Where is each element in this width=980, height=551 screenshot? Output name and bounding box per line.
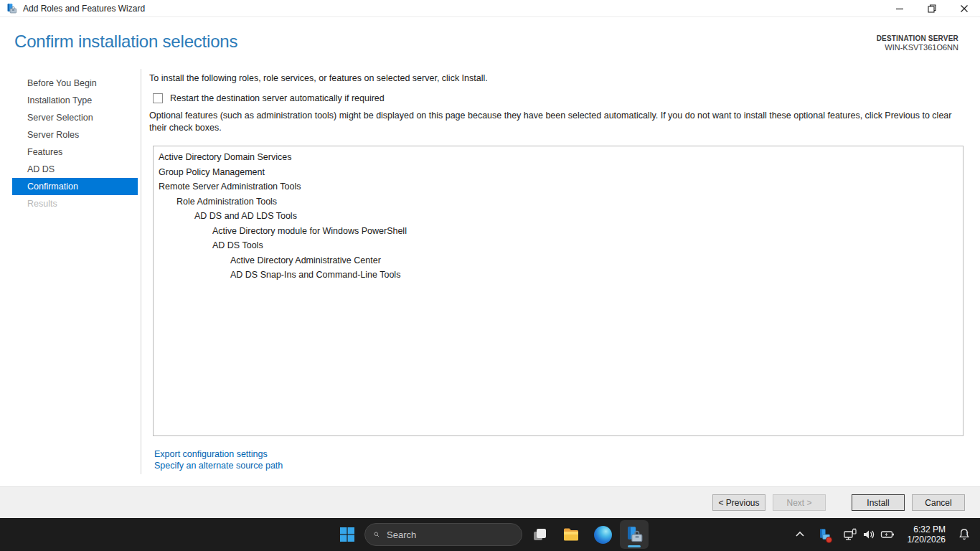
- destination-server-label: DESTINATION SERVER: [877, 34, 958, 43]
- add-roles-wizard-window: Add Roles and Features Wizard: [0, 0, 980, 518]
- edge-icon: [594, 526, 612, 544]
- action-link[interactable]: Specify an alternate source path: [154, 460, 283, 471]
- feature-item[interactable]: Active Directory Administrative Center: [154, 253, 963, 268]
- restore-button[interactable]: [915, 0, 948, 17]
- close-button[interactable]: [948, 0, 980, 17]
- taskbar-clock[interactable]: 6:32 PM 1/20/2026: [905, 523, 948, 546]
- wizard-buttons: < Previous Next > Install Cancel: [712, 494, 965, 511]
- notification-center-button[interactable]: z: [956, 523, 973, 546]
- taskbar: 6:32 PM 1/20/2026 z: [0, 518, 980, 551]
- restore-icon: [927, 4, 937, 14]
- wizard-step-item[interactable]: Installation Type: [12, 92, 138, 109]
- action-link[interactable]: Export configuration settings: [154, 448, 283, 460]
- server-manager-icon: [625, 525, 644, 544]
- clock-time: 6:32 PM: [908, 524, 946, 534]
- window-controls: [883, 0, 980, 17]
- wizard-step-item[interactable]: Features: [12, 143, 138, 161]
- task-view-icon: [531, 526, 548, 543]
- file-explorer-button[interactable]: [557, 520, 585, 549]
- alert-badge: [826, 537, 832, 543]
- taskbar-app-cluster: [333, 518, 649, 551]
- volume-icon: [860, 523, 877, 546]
- system-tray: 6:32 PM 1/20/2026 z: [791, 518, 980, 551]
- sidebar-divider: [141, 69, 141, 474]
- feature-item[interactable]: AD DS Snap-Ins and Command-Line Tools: [154, 268, 963, 283]
- action-links: Export configuration settings Specify an…: [154, 448, 283, 471]
- server-manager-tray-button[interactable]: [816, 523, 833, 546]
- feature-item[interactable]: Active Directory module for Windows Powe…: [154, 224, 963, 239]
- server-manager-taskbar-button[interactable]: [620, 520, 649, 549]
- wizard-step-item[interactable]: Results: [12, 195, 138, 212]
- edge-button[interactable]: [588, 520, 617, 549]
- clock-date: 1/20/2026: [908, 534, 946, 545]
- wizard-step-item[interactable]: Server Roles: [12, 126, 138, 143]
- restart-checkbox[interactable]: [153, 93, 163, 103]
- start-icon: [339, 526, 356, 543]
- chevron-up-icon: [794, 529, 806, 540]
- wizard-button[interactable]: < Previous: [712, 494, 765, 511]
- wizard-step-item[interactable]: AD DS: [12, 161, 138, 178]
- minimize-icon: [895, 4, 905, 14]
- wizard-button[interactable]: Next >: [773, 494, 826, 511]
- restart-checkbox-label: Restart the destination server automatic…: [170, 93, 385, 103]
- notification-bell-icon: z: [957, 527, 971, 542]
- page-title: Confirm installation selections: [14, 32, 237, 52]
- wizard-button[interactable]: Cancel: [912, 494, 965, 511]
- wizard-step-item[interactable]: Before You Begin: [12, 75, 138, 92]
- server-manager-icon: [6, 3, 17, 14]
- close-icon: [959, 4, 969, 14]
- file-explorer-icon: [562, 525, 580, 544]
- window-title: Add Roles and Features Wizard: [23, 4, 145, 14]
- wizard-step-item[interactable]: Server Selection: [12, 109, 138, 126]
- instruction-text: To install the following roles, role ser…: [149, 73, 488, 83]
- screen: Add Roles and Features Wizard: [0, 0, 980, 551]
- feature-item[interactable]: AD DS Tools: [154, 238, 963, 253]
- wizard-steps-nav: Before You Begin Installation Type Serve…: [12, 75, 138, 212]
- destination-server-block: DESTINATION SERVER WIN-KSVT361O6NN: [877, 34, 958, 52]
- footer-bar: < Previous Next > Install Cancel: [0, 486, 980, 518]
- wizard-step-item[interactable]: Confirmation: [12, 178, 138, 195]
- network-volume-battery-group[interactable]: [840, 523, 897, 546]
- feature-item[interactable]: AD DS and AD LDS Tools: [154, 209, 963, 224]
- feature-item[interactable]: Role Administration Tools: [154, 194, 963, 209]
- restart-checkbox-row[interactable]: Restart the destination server automatic…: [153, 93, 385, 103]
- destination-server-name: WIN-KSVT361O6NN: [877, 43, 958, 52]
- taskbar-search[interactable]: [364, 523, 522, 546]
- titlebar: Add Roles and Features Wizard: [0, 0, 980, 17]
- svg-text:z: z: [966, 531, 969, 535]
- hidden-icons-button[interactable]: [791, 523, 809, 546]
- minimize-button[interactable]: [883, 0, 915, 17]
- search-input[interactable]: [387, 529, 513, 540]
- feature-item[interactable]: Group Policy Management: [154, 165, 963, 180]
- feature-item[interactable]: Active Directory Domain Services: [154, 150, 963, 165]
- task-view-button[interactable]: [525, 520, 554, 549]
- optional-features-note: Optional features (such as administratio…: [149, 110, 966, 134]
- start-button[interactable]: [333, 520, 362, 549]
- network-icon: [842, 523, 859, 546]
- battery-icon: [879, 523, 896, 546]
- selected-features-list[interactable]: Active Directory Domain Services Group P…: [153, 146, 963, 436]
- search-icon: [374, 529, 380, 540]
- wizard-button[interactable]: Install: [852, 494, 905, 511]
- feature-item[interactable]: Remote Server Administration Tools: [154, 179, 963, 194]
